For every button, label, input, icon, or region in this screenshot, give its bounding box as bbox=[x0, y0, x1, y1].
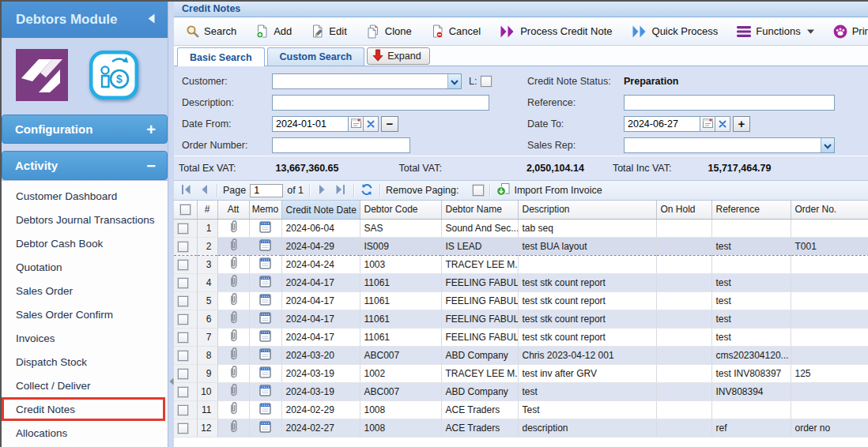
table-row[interactable]: 42024-04-1711061FEELING FABUL...test stk… bbox=[174, 273, 868, 291]
sidebar-item-invoices[interactable]: Invoices bbox=[2, 326, 168, 350]
sidebar-item-dispatch-stock[interactable]: Dispatch Stock bbox=[2, 350, 168, 374]
row-checkbox[interactable] bbox=[178, 242, 188, 252]
toolbar-button-edit[interactable]: Edit bbox=[304, 21, 353, 42]
debtors-money-icon[interactable]: $ bbox=[89, 50, 139, 103]
row-checkbox[interactable] bbox=[178, 369, 188, 379]
cell-memo[interactable] bbox=[249, 419, 281, 437]
cell-attachment[interactable] bbox=[217, 419, 249, 437]
reference-input[interactable] bbox=[624, 95, 835, 111]
paperclip-icon[interactable] bbox=[228, 243, 239, 254]
memo-icon[interactable] bbox=[259, 424, 271, 435]
cell-memo[interactable] bbox=[249, 364, 281, 382]
select-all-header[interactable] bbox=[174, 201, 197, 219]
cell-select[interactable] bbox=[174, 419, 197, 437]
chevron-down-icon[interactable] bbox=[447, 74, 461, 88]
remove-paging-checkbox[interactable] bbox=[473, 185, 484, 196]
calendar-icon[interactable] bbox=[700, 116, 715, 132]
collapse-left-icon[interactable] bbox=[148, 12, 155, 28]
memo-icon[interactable] bbox=[259, 406, 271, 417]
toolbar-button-cancel[interactable]: Cancel bbox=[424, 21, 488, 42]
company-logo-icon[interactable] bbox=[16, 49, 68, 104]
clear-date-icon[interactable] bbox=[715, 116, 730, 132]
paperclip-icon[interactable] bbox=[228, 352, 239, 363]
increment-date-button[interactable]: + bbox=[733, 116, 750, 132]
l-checkbox[interactable] bbox=[481, 76, 492, 87]
column-header-credit-note-date[interactable]: Credit Note Date bbox=[281, 201, 360, 219]
table-row[interactable]: 62024-04-1711061FEELING FABUL...test stk… bbox=[174, 310, 868, 328]
toolbar-button-quick-process[interactable]: Quick Process bbox=[625, 22, 726, 41]
expand-button[interactable]: Expand bbox=[367, 47, 429, 65]
splitter-arrow-icon[interactable] bbox=[169, 374, 174, 389]
cell-memo[interactable] bbox=[249, 382, 281, 400]
collapse-minus-icon[interactable]: − bbox=[146, 158, 156, 174]
select-all-checkbox[interactable] bbox=[180, 205, 191, 215]
cell-select[interactable] bbox=[174, 364, 197, 382]
table-row[interactable]: 72024-04-1711061FEELING FABUL...test stk… bbox=[174, 328, 868, 346]
memo-icon[interactable] bbox=[259, 261, 271, 272]
tab-basic-search[interactable]: Basic Search bbox=[177, 47, 265, 66]
column-header-debtor-name[interactable]: Debtor Name bbox=[441, 201, 518, 219]
cell-memo[interactable] bbox=[249, 237, 281, 255]
tab-custom-search[interactable]: Custom Search bbox=[267, 47, 365, 66]
page-number-input[interactable] bbox=[250, 184, 283, 197]
paperclip-icon[interactable] bbox=[228, 425, 239, 436]
sidebar-section-configuration[interactable]: Configuration + bbox=[2, 115, 168, 144]
row-checkbox[interactable] bbox=[178, 423, 188, 434]
sidebar-item-credit-notes[interactable]: Credit Notes bbox=[2, 397, 165, 421]
sidebar-item-collect-deliver[interactable]: Collect / Deliver bbox=[2, 374, 168, 397]
column-header-debtor-code[interactable]: Debtor Code bbox=[360, 201, 441, 219]
paperclip-icon[interactable] bbox=[228, 316, 239, 327]
expand-plus-icon[interactable]: + bbox=[146, 122, 156, 137]
cell-attachment[interactable] bbox=[217, 364, 249, 382]
memo-icon[interactable] bbox=[259, 297, 271, 308]
table-row[interactable]: 112024-02-291008ACE TradersTest bbox=[174, 400, 868, 419]
row-checkbox[interactable] bbox=[178, 278, 188, 288]
column-header-att[interactable]: Att bbox=[217, 201, 249, 219]
cell-select[interactable] bbox=[174, 255, 197, 273]
cell-attachment[interactable] bbox=[217, 237, 249, 255]
sidebar-item-sales-order[interactable]: Sales Order bbox=[2, 279, 168, 302]
table-row[interactable]: 92024-03-191002TRACEY LEE M...test inv a… bbox=[174, 364, 868, 382]
chevron-down-icon[interactable] bbox=[821, 138, 834, 152]
sidebar-item-allocations[interactable]: Allocations bbox=[2, 421, 168, 445]
table-row[interactable]: 22024-04-29IS009IS LEADtest BUA layoutte… bbox=[174, 237, 868, 255]
cell-attachment[interactable] bbox=[217, 310, 249, 328]
cell-memo[interactable] bbox=[249, 346, 281, 364]
sales-rep-dropdown[interactable] bbox=[624, 137, 835, 153]
cell-attachment[interactable] bbox=[217, 255, 249, 273]
memo-icon[interactable] bbox=[259, 224, 271, 235]
cell-attachment[interactable] bbox=[217, 291, 249, 310]
cell-select[interactable] bbox=[174, 328, 197, 346]
cell-memo[interactable] bbox=[249, 219, 281, 237]
table-row[interactable]: 32024-04-241003TRACEY LEE M... bbox=[174, 255, 868, 273]
panel-splitter[interactable] bbox=[168, 2, 174, 447]
toolbar-button-clone[interactable]: Clone bbox=[359, 21, 419, 42]
paperclip-icon[interactable] bbox=[228, 225, 239, 236]
cell-attachment[interactable] bbox=[217, 219, 249, 237]
customer-dropdown[interactable] bbox=[272, 73, 462, 89]
calendar-icon[interactable] bbox=[349, 116, 364, 132]
cell-attachment[interactable] bbox=[217, 273, 249, 291]
table-row[interactable]: 82024-03-20ABC007ABD CompanyChris 2023-0… bbox=[174, 346, 868, 364]
cell-select[interactable] bbox=[174, 346, 197, 364]
cell-memo[interactable] bbox=[249, 310, 281, 328]
sidebar-item-quotation[interactable]: Quotation bbox=[2, 255, 168, 279]
order-number-input[interactable] bbox=[272, 137, 410, 153]
row-checkbox[interactable] bbox=[178, 296, 188, 306]
import-from-invoice-icon[interactable] bbox=[496, 183, 510, 197]
prev-page-icon[interactable] bbox=[197, 183, 211, 197]
sidebar-item-debtor-cash-book[interactable]: Debtor Cash Book bbox=[2, 231, 168, 255]
memo-icon[interactable] bbox=[259, 242, 271, 254]
column-header-number[interactable]: # bbox=[197, 201, 217, 219]
column-header-on-hold[interactable]: On Hold bbox=[656, 201, 711, 219]
row-checkbox[interactable] bbox=[178, 314, 188, 325]
table-row[interactable]: 12024-06-04SASSound And Sec...tab seq bbox=[174, 219, 868, 237]
cell-attachment[interactable] bbox=[217, 382, 249, 400]
description-input[interactable] bbox=[272, 95, 489, 111]
import-from-invoice-button[interactable]: Import From Invoice bbox=[514, 185, 602, 196]
paperclip-icon[interactable] bbox=[228, 389, 239, 400]
row-checkbox[interactable] bbox=[178, 332, 188, 343]
paperclip-icon[interactable] bbox=[228, 261, 239, 272]
cell-attachment[interactable] bbox=[217, 346, 249, 364]
toolbar-button-print-export[interactable]: Print / Export bbox=[826, 21, 868, 42]
